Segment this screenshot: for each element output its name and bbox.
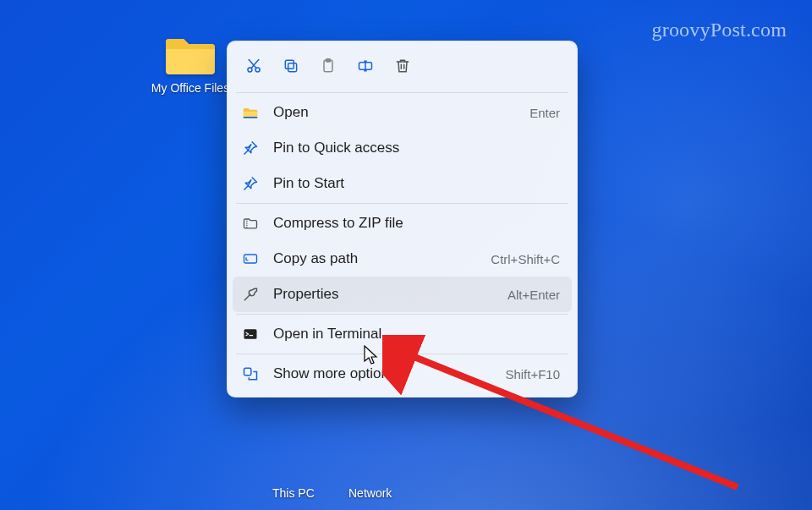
menu-item-open[interactable]: Open Enter (233, 95, 572, 130)
desktop-folder[interactable]: My Office Files (149, 34, 232, 96)
menu-item-show-more[interactable]: Show more options Shift+F10 (233, 356, 572, 392)
context-menu: Open Enter Pin to Quick access Pin to St… (227, 41, 578, 398)
menu-item-open-terminal[interactable]: Open in Terminal (233, 316, 572, 352)
svg-rect-9 (244, 329, 257, 339)
pin-icon (241, 140, 260, 156)
menu-item-copy-path[interactable]: Copy as path Ctrl+Shift+C (233, 241, 572, 277)
svg-rect-5 (326, 59, 331, 62)
menu-item-label: Open (273, 104, 516, 121)
menu-item-pin-start[interactable]: Pin to Start (233, 166, 572, 201)
menu-item-label: Compress to ZIP file (273, 215, 560, 232)
delete-icon (394, 58, 411, 78)
menu-item-label: Pin to Start (273, 175, 560, 192)
menu-item-properties[interactable]: Properties Alt+Enter (233, 277, 572, 312)
pin-icon (241, 175, 260, 192)
svg-rect-2 (288, 63, 297, 72)
menu-item-label: Properties (273, 286, 494, 303)
svg-rect-10 (244, 368, 251, 375)
menu-item-shortcut: Alt+Enter (508, 288, 560, 302)
separator (236, 203, 568, 204)
svg-rect-7 (244, 117, 258, 118)
menu-item-shortcut: Shift+F10 (505, 367, 560, 381)
copy-button[interactable] (275, 52, 307, 84)
this-pc-label[interactable]: This PC (272, 486, 315, 500)
folder-open-icon (241, 104, 260, 121)
separator (236, 92, 568, 93)
rename-button[interactable] (349, 52, 381, 84)
folder-icon (149, 34, 232, 78)
menu-item-label: Show more options (273, 365, 491, 382)
menu-item-compress-zip[interactable]: Compress to ZIP file (233, 206, 572, 241)
delete-button[interactable] (387, 52, 419, 84)
terminal-icon (241, 326, 260, 343)
network-label[interactable]: Network (348, 486, 392, 500)
menu-item-label: Copy as path (273, 250, 477, 267)
menu-item-label: Pin to Quick access (273, 140, 560, 156)
menu-item-shortcut: Enter (529, 106, 560, 120)
cut-icon (245, 58, 262, 78)
more-options-icon (241, 365, 260, 382)
paste-button[interactable] (312, 52, 344, 84)
copy-icon (283, 58, 299, 78)
watermark: groovyPost.com (652, 19, 787, 41)
paste-icon (320, 58, 337, 78)
desktop-folder-label: My Office Files (151, 81, 229, 95)
menu-item-pin-quick-access[interactable]: Pin to Quick access (233, 130, 572, 166)
separator (236, 354, 568, 354)
cut-button[interactable] (238, 52, 270, 84)
context-toolbar (233, 47, 572, 90)
menu-item-shortcut: Ctrl+Shift+C (491, 252, 560, 266)
svg-rect-3 (285, 60, 294, 69)
zip-icon (241, 215, 260, 232)
wrench-icon (241, 286, 260, 303)
rename-icon (357, 58, 374, 78)
menu-item-label: Open in Terminal (273, 326, 560, 343)
separator (236, 314, 568, 315)
copy-path-icon (241, 250, 260, 267)
